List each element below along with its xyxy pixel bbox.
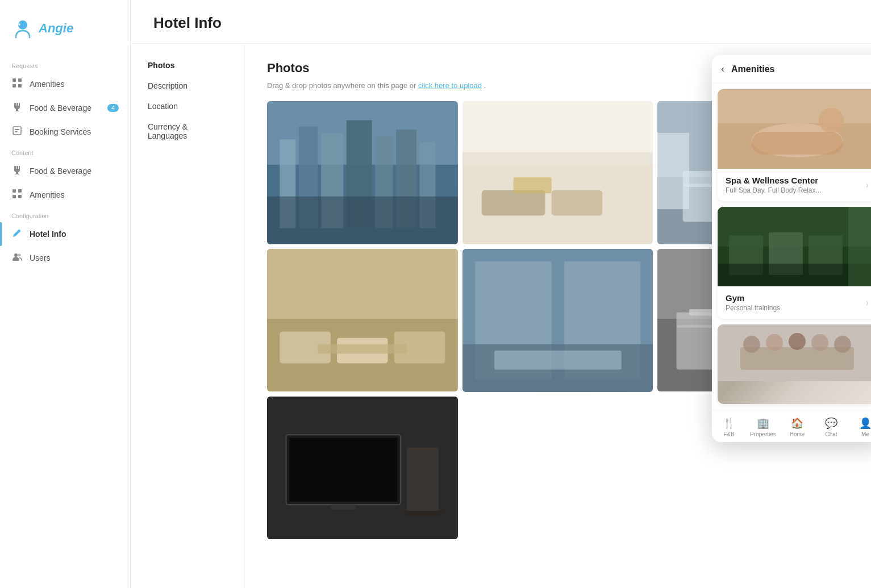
amenities-content-icon bbox=[11, 189, 23, 201]
sidebar-item-hotel-info[interactable]: Hotel Info bbox=[0, 222, 130, 246]
section-subtitle: Drag & drop photos anywhere on this page… bbox=[267, 81, 486, 90]
svg-point-77 bbox=[789, 333, 806, 350]
sidebar-item-booking[interactable]: Booking Services bbox=[0, 120, 130, 144]
svg-rect-10 bbox=[18, 189, 22, 193]
content-area: Photos Drag & drop photos anywhere on th… bbox=[244, 44, 871, 588]
svg-rect-47 bbox=[494, 351, 622, 370]
svg-point-14 bbox=[18, 254, 21, 257]
mobile-preview: ‹ Amenities bbox=[712, 55, 871, 442]
gym-desc: Personal trainings bbox=[726, 304, 780, 312]
svg-rect-2 bbox=[12, 78, 16, 82]
gym-info: Gym Personal trainings › bbox=[718, 286, 871, 319]
spa-desc: Full Spa Day, Full Body Relax... bbox=[726, 186, 822, 194]
sidebar-item-food-req[interactable]: Food & Beverage 4 bbox=[0, 96, 130, 120]
users-icon bbox=[11, 252, 23, 264]
sidebar-label-hotel-info: Hotel Info bbox=[30, 230, 66, 239]
food-badge: 4 bbox=[107, 104, 119, 112]
active-indicator bbox=[0, 222, 2, 246]
nav-item-description[interactable]: Description bbox=[131, 76, 244, 96]
svg-rect-42 bbox=[318, 344, 407, 354]
mobile-back-button[interactable]: ‹ bbox=[721, 63, 724, 75]
sidebar-label-food-content: Food & Beverage bbox=[30, 166, 91, 176]
me-label: Me bbox=[861, 431, 869, 437]
svg-rect-9 bbox=[12, 189, 16, 193]
sidebar-item-food-content[interactable]: Food & Beverage bbox=[0, 159, 130, 183]
booking-icon bbox=[11, 126, 23, 138]
svg-rect-5 bbox=[18, 84, 22, 87]
mobile-tab-chat[interactable]: 💬 Chat bbox=[814, 415, 848, 440]
svg-point-64 bbox=[819, 108, 844, 133]
subtitle-end: . bbox=[484, 81, 486, 90]
logo-area: Angie bbox=[0, 11, 130, 57]
amenities-icon bbox=[11, 78, 23, 90]
svg-rect-8 bbox=[15, 131, 18, 132]
spa-name: Spa & Wellness Center bbox=[726, 176, 822, 185]
mobile-title: Amenities bbox=[731, 64, 774, 74]
section-title-photos: Photos bbox=[267, 61, 486, 76]
home-icon: 🏠 bbox=[791, 417, 803, 429]
svg-point-1 bbox=[18, 23, 20, 26]
svg-rect-58 bbox=[331, 504, 356, 510]
mobile-tab-properties[interactable]: 🏢 Properties bbox=[746, 415, 780, 440]
svg-rect-11 bbox=[12, 195, 16, 198]
photo-cell-7[interactable] bbox=[267, 397, 458, 540]
food-content-icon bbox=[11, 165, 23, 177]
svg-rect-57 bbox=[289, 437, 397, 501]
amenity-card-spa[interactable]: Spa & Wellness Center Full Spa Day, Full… bbox=[718, 89, 871, 201]
food-icon bbox=[11, 102, 23, 114]
sidebar-item-users[interactable]: Users bbox=[0, 246, 130, 270]
gym-chevron: › bbox=[866, 298, 869, 308]
svg-rect-65 bbox=[752, 132, 843, 155]
nav-item-photos[interactable]: Photos bbox=[131, 55, 244, 76]
page-header: Hotel Info bbox=[131, 0, 871, 44]
fb-label: F&B bbox=[723, 431, 734, 437]
sidebar-item-amenities-req[interactable]: Amenities bbox=[0, 72, 130, 96]
svg-rect-6 bbox=[13, 127, 21, 135]
nav-item-location[interactable]: Location bbox=[131, 96, 244, 116]
svg-rect-4 bbox=[12, 84, 16, 87]
conf-image bbox=[718, 324, 871, 404]
svg-rect-24 bbox=[267, 197, 458, 244]
svg-rect-12 bbox=[18, 195, 22, 198]
svg-rect-71 bbox=[718, 264, 871, 286]
svg-rect-52 bbox=[689, 309, 715, 315]
edit-icon bbox=[11, 228, 23, 240]
nav-item-currency[interactable]: Currency & Languages bbox=[131, 116, 244, 146]
sidebar-label-booking: Booking Services bbox=[30, 127, 91, 136]
fb-icon: 🍴 bbox=[723, 417, 735, 429]
logo-icon bbox=[11, 17, 34, 40]
spa-image bbox=[718, 89, 871, 169]
gym-name: Gym bbox=[726, 293, 780, 303]
section-label-requests: Requests bbox=[0, 57, 130, 72]
svg-point-78 bbox=[811, 334, 828, 351]
spa-chevron: › bbox=[866, 180, 869, 190]
photo-cell-1[interactable] bbox=[267, 101, 458, 244]
svg-point-76 bbox=[766, 334, 783, 351]
mobile-content: Spa & Wellness Center Full Spa Day, Full… bbox=[712, 84, 871, 410]
subtitle-text: Drag & drop photos anywhere on this page… bbox=[267, 81, 416, 90]
amenity-card-gym[interactable]: Gym Personal trainings › bbox=[718, 207, 871, 319]
properties-label: Properties bbox=[750, 431, 776, 437]
amenity-card-conference[interactable] bbox=[718, 324, 871, 404]
left-nav: Photos Description Location Currency & L… bbox=[131, 44, 244, 588]
photo-cell-2[interactable] bbox=[462, 101, 653, 244]
svg-rect-72 bbox=[848, 207, 871, 286]
page-title: Hotel Info bbox=[153, 14, 848, 32]
sidebar-label-food-req: Food & Beverage bbox=[30, 103, 91, 112]
home-label: Home bbox=[790, 431, 805, 437]
photo-cell-5[interactable] bbox=[462, 249, 653, 392]
mobile-tab-home[interactable]: 🏠 Home bbox=[780, 415, 814, 440]
svg-point-79 bbox=[834, 336, 851, 353]
upload-link[interactable]: click here to upload bbox=[418, 81, 482, 90]
photo-cell-4[interactable] bbox=[267, 249, 458, 392]
section-label-config: Configuration bbox=[0, 207, 130, 222]
mobile-tab-fb[interactable]: 🍴 F&B bbox=[712, 415, 746, 440]
sidebar-label-amenities-req: Amenities bbox=[30, 80, 64, 89]
gym-image bbox=[718, 207, 871, 286]
mobile-tab-me[interactable]: 👤 Me bbox=[848, 415, 871, 440]
properties-icon: 🏢 bbox=[757, 417, 769, 429]
svg-rect-60 bbox=[404, 511, 442, 516]
svg-rect-59 bbox=[407, 447, 439, 511]
sidebar-label-amenities-content: Amenities bbox=[30, 190, 64, 199]
sidebar-item-amenities-content[interactable]: Amenities bbox=[0, 183, 130, 207]
